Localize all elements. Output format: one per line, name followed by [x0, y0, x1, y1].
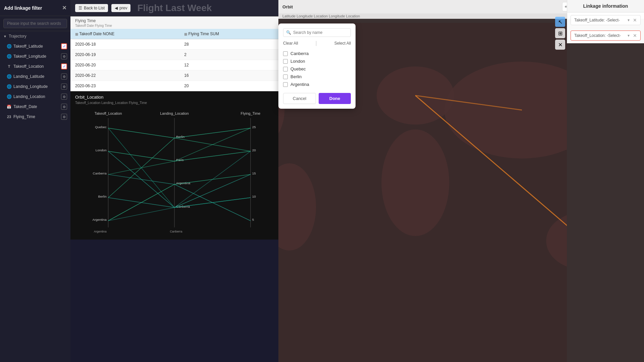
check-box-takeoff-lat[interactable]: ✓: [61, 43, 67, 49]
linkage-dropdown-latitude[interactable]: Takeoff_Latitude: -Select- ▾ ✕: [571, 15, 641, 25]
globe-icon: 🌐: [7, 44, 11, 49]
close-tool-btn[interactable]: ✕: [555, 40, 565, 50]
sidebar-item-landing-latitude[interactable]: 🌐 Landing_Latitude ⚙: [0, 71, 70, 82]
checkbox-argentina[interactable]: [283, 82, 288, 87]
sidebar-item-takeoff-longitude[interactable]: 🌐 Takeoff_Longitude ⚙: [0, 51, 70, 61]
modal-divider: |: [316, 40, 317, 46]
option-label-quebec: Quebec: [290, 66, 306, 71]
svg-text:20: 20: [252, 148, 256, 152]
cell-date: 2020-06-18: [70, 39, 179, 50]
cell-value: 20: [179, 81, 278, 91]
option-label-london: London: [290, 59, 305, 64]
item-label: Takeoff_Longitude: [13, 54, 46, 59]
table-row: 2020-06-18 28: [70, 39, 278, 50]
sidebar-title: Add linkage filter: [4, 5, 42, 11]
item-label: Landing_Longitude: [13, 84, 48, 89]
checkbox-berlin[interactable]: [283, 74, 288, 79]
option-argentina[interactable]: Argentina: [283, 81, 351, 88]
table-row: 2020-06-23 20: [70, 81, 278, 91]
option-label-argentina: Argentina: [290, 82, 309, 87]
settings-icon6[interactable]: ⚙: [61, 114, 67, 120]
modal-footer: Cancel Done: [283, 93, 351, 104]
cell-value: 12: [179, 60, 278, 70]
main-area: ☰ Back to List ◀ prev Flight Last Week F…: [70, 0, 278, 362]
item-label: Flying_Time: [13, 114, 35, 119]
cancel-button[interactable]: Cancel: [283, 93, 316, 104]
col-header-flying-time: ▦ Flying Time SUM: [179, 29, 278, 39]
dropdown-label-latitude: Takeoff_Latitude: -Select-: [574, 18, 620, 22]
orbit-chart-subtitle: Takeoff_Location Landing_Location Flying…: [75, 101, 274, 105]
globe-icon2: 🌐: [7, 54, 11, 59]
checkbox-london[interactable]: [283, 59, 288, 64]
sidebar-item-flying-time[interactable]: 23 Flying_Time ⚙: [0, 112, 70, 122]
close-icon[interactable]: ✕: [62, 5, 66, 11]
dropdown-clear-latitude[interactable]: ✕: [633, 17, 637, 23]
linkage-panel: Linkage information Takeoff_Latitude: -S…: [567, 0, 644, 43]
table-row: 2020-06-20 12: [70, 60, 278, 70]
dropdown-chevron-icon2: ▾: [628, 33, 630, 38]
info-bar: Latitude Longitude Location Longitude Lo…: [282, 14, 360, 18]
option-quebec[interactable]: Quebec: [283, 65, 351, 73]
svg-text:10: 10: [252, 195, 256, 198]
select-all-button[interactable]: Select All: [334, 41, 351, 46]
cell-value: 16: [179, 70, 278, 81]
svg-text:Argentina: Argentina: [93, 218, 107, 221]
prev-button[interactable]: ◀ prev: [111, 4, 130, 12]
option-label-berlin: Berlin: [290, 74, 302, 79]
grid-tool-btn[interactable]: ⊞: [555, 28, 565, 38]
globe-icon4: 🌐: [7, 84, 11, 89]
svg-point-24: [381, 130, 449, 236]
text-icon: T: [7, 64, 11, 69]
dropdown-chevron-icon: ▾: [628, 18, 630, 22]
svg-text:Flying_Time: Flying_Time: [241, 111, 261, 115]
back-to-list-button[interactable]: ☰ Back to List: [75, 4, 108, 12]
col-header-date: ▦ Takeoff Date NONE: [70, 29, 179, 39]
option-london[interactable]: London: [283, 57, 351, 65]
calendar-icon: 📅: [7, 104, 11, 109]
orbit-chart-title: Orbit_Location: [75, 95, 274, 100]
sidebar: Add linkage filter ✕ ▼ Trajectory 🌐 Take…: [0, 0, 70, 362]
svg-text:Argentina: Argentina: [94, 230, 107, 233]
cursor-tool-btn[interactable]: ↖: [555, 17, 565, 27]
cell-date: 2020-06-23: [70, 81, 179, 91]
sidebar-item-takeoff-date[interactable]: 📅 Takeoff_Date ⚙: [0, 102, 70, 112]
svg-text:Takeoff_Location: Takeoff_Location: [95, 111, 122, 115]
dropdown-clear-location[interactable]: ✕: [633, 33, 637, 38]
settings-icon4[interactable]: ⚙: [61, 94, 67, 100]
cell-value: 28: [179, 39, 278, 50]
modal-search-row: 🔍: [283, 28, 351, 37]
clear-all-button[interactable]: Clear All: [283, 41, 298, 46]
settings-icon3[interactable]: ⚙: [61, 84, 67, 90]
sidebar-item-landing-location[interactable]: 🌐 Landing_Location ⚙: [0, 92, 70, 102]
option-label-canberra: Canberra: [290, 51, 309, 56]
table-section-sublabel: Takeoff Date Flying Time: [70, 24, 278, 29]
item-label: Takeoff_Location: [13, 64, 44, 69]
settings-icon[interactable]: ⚙: [61, 53, 67, 59]
settings-icon5[interactable]: ⚙: [61, 104, 67, 110]
top-bar: ☰ Back to List ◀ prev Flight Last Week: [70, 0, 278, 16]
linkage-panel-header: Linkage information: [567, 0, 644, 12]
search-input[interactable]: [3, 19, 67, 28]
globe-icon5: 🌐: [7, 94, 11, 99]
modal-search-input[interactable]: [293, 30, 348, 35]
check-box-takeoff-loc[interactable]: ✓: [61, 63, 67, 69]
checkbox-quebec[interactable]: [283, 67, 288, 71]
sidebar-item-landing-longitude[interactable]: 🌐 Landing_Longitude ⚙: [0, 82, 70, 92]
prev-icon: ◀: [115, 6, 118, 10]
checkbox-canberra[interactable]: [283, 51, 288, 56]
sidebar-item-takeoff-location[interactable]: T Takeoff_Location ✓: [0, 61, 70, 71]
chart-title: Flight Last Week: [137, 3, 212, 13]
option-berlin[interactable]: Berlin: [283, 73, 351, 81]
option-canberra[interactable]: Canberra: [283, 50, 351, 57]
settings-icon2[interactable]: ⚙: [61, 73, 67, 80]
svg-text:London: London: [96, 148, 107, 152]
parallel-coordinates-chart: Takeoff_Location Landing_Location Flying…: [75, 107, 274, 235]
svg-text:Berlin: Berlin: [98, 195, 107, 198]
svg-text:5: 5: [252, 218, 254, 221]
sidebar-item-takeoff-latitude[interactable]: 🌐 Takeoff_Latitude ✓: [0, 41, 70, 51]
cell-date: 2020-06-22: [70, 70, 179, 81]
number-icon: 23: [7, 114, 11, 119]
cell-date: 2020-06-19: [70, 50, 179, 60]
done-button[interactable]: Done: [319, 93, 351, 104]
linkage-dropdown-location[interactable]: Takeoff_Location: -Select- ▾ ✕: [571, 31, 641, 41]
